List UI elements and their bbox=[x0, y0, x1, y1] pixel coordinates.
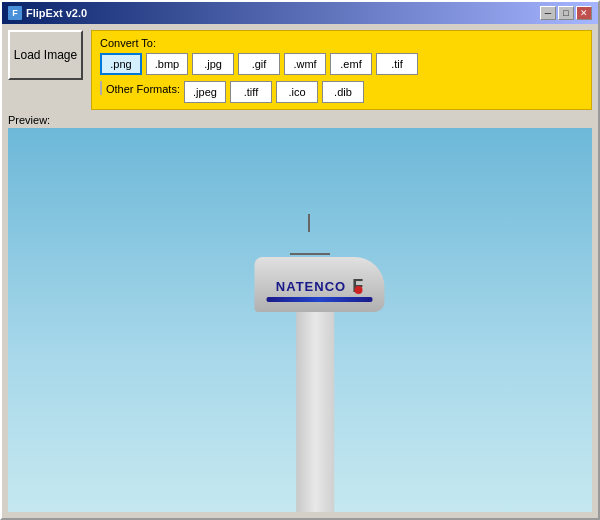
content-area: Load Image Convert To: .png .bmp .jpg .g… bbox=[2, 24, 598, 518]
convert-to-label: Convert To: bbox=[100, 37, 583, 49]
format-btn-bmp[interactable]: .bmp bbox=[146, 53, 188, 75]
title-bar: F FlipExt v2.0 ─ □ ✕ bbox=[2, 2, 598, 24]
nacelle-brand-text: NATENCO bbox=[276, 279, 346, 294]
primary-format-row: .png .bmp .jpg .gif .wmf .emf .tif bbox=[100, 53, 583, 75]
maximize-button[interactable]: □ bbox=[558, 6, 574, 20]
format-btn-jpg[interactable]: .jpg bbox=[192, 53, 234, 75]
format-btn-tif[interactable]: .tif bbox=[376, 53, 418, 75]
top-section: Load Image Convert To: .png .bmp .jpg .g… bbox=[8, 30, 592, 110]
other-formats-label: Other Formats: bbox=[100, 81, 180, 95]
format-btn-png[interactable]: .png bbox=[100, 53, 142, 75]
antenna-arm bbox=[290, 253, 330, 255]
app-icon: F bbox=[8, 6, 22, 20]
load-btn-area: Load Image bbox=[8, 30, 83, 80]
format-btn-gif[interactable]: .gif bbox=[238, 53, 280, 75]
title-bar-text: F FlipExt v2.0 bbox=[8, 6, 87, 20]
preview-label: Preview: bbox=[8, 114, 592, 126]
nacelle-stripe bbox=[267, 297, 373, 302]
sky-background: NATENCO F bbox=[8, 128, 592, 512]
preview-section: Preview: NATENCO F bbox=[8, 114, 592, 512]
turbine-nacelle: NATENCO F bbox=[255, 257, 385, 312]
load-image-button[interactable]: Load Image bbox=[8, 30, 83, 80]
other-format-row: .jpeg .tiff .ico .dib bbox=[184, 81, 364, 103]
close-button[interactable]: ✕ bbox=[576, 6, 592, 20]
format-btn-jpeg[interactable]: .jpeg bbox=[184, 81, 226, 103]
format-btn-emf[interactable]: .emf bbox=[330, 53, 372, 75]
preview-image-area: NATENCO F bbox=[8, 128, 592, 512]
minimize-button[interactable]: ─ bbox=[540, 6, 556, 20]
format-btn-ico[interactable]: .ico bbox=[276, 81, 318, 103]
other-formats-section: Other Formats: .jpeg .tiff .ico .dib bbox=[100, 81, 583, 103]
format-btn-tiff[interactable]: .tiff bbox=[230, 81, 272, 103]
antenna-top bbox=[308, 214, 310, 232]
title-controls: ─ □ ✕ bbox=[540, 6, 592, 20]
turbine-tower bbox=[296, 301, 334, 512]
format-btn-dib[interactable]: .dib bbox=[322, 81, 364, 103]
convert-panel: Convert To: .png .bmp .jpg .gif .wmf .em… bbox=[91, 30, 592, 110]
nacelle-dot bbox=[355, 286, 363, 294]
main-window: F FlipExt v2.0 ─ □ ✕ Load Image Convert … bbox=[0, 0, 600, 520]
format-btn-wmf[interactable]: .wmf bbox=[284, 53, 326, 75]
app-title: FlipExt v2.0 bbox=[26, 7, 87, 19]
